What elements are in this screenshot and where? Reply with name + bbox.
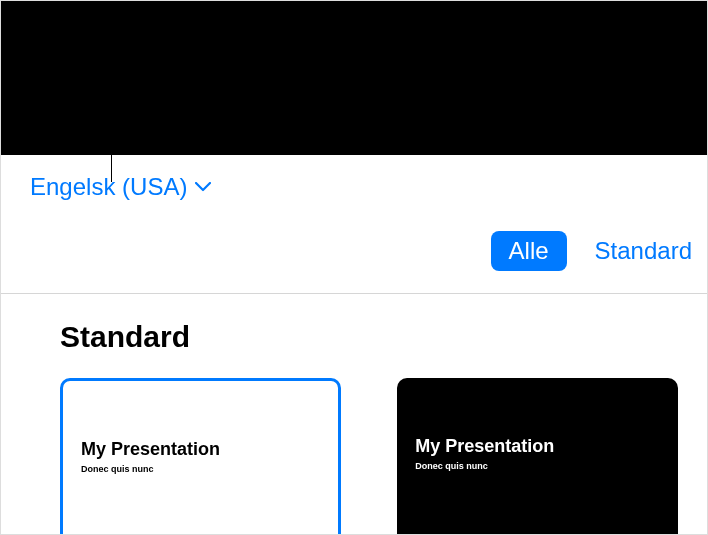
callout-indicator-line [111, 118, 112, 182]
chevron-down-icon [195, 182, 211, 192]
template-subtitle: Donec quis nunc [81, 464, 320, 474]
filter-standard-button[interactable]: Standard [595, 237, 692, 265]
template-title: My Presentation [81, 439, 320, 460]
language-row: Engelsk (USA) [0, 155, 708, 211]
template-title: My Presentation [415, 436, 660, 457]
language-label: Engelsk (USA) [30, 173, 187, 201]
section-title: Standard [60, 320, 678, 354]
filter-all-button[interactable]: Alle [491, 231, 567, 271]
header-area: Engelsk (USA) Alle Standard [0, 155, 708, 294]
content-area: Standard My Presentation Donec quis nunc… [0, 294, 708, 535]
filter-row: Alle Standard [0, 211, 708, 293]
templates-row: My Presentation Donec quis nunc My Prese… [60, 378, 678, 535]
top-black-region [0, 0, 708, 155]
template-inner: My Presentation Donec quis nunc [397, 378, 678, 471]
language-select[interactable]: Engelsk (USA) [30, 173, 211, 201]
template-card-white[interactable]: My Presentation Donec quis nunc [60, 378, 341, 535]
template-inner: My Presentation Donec quis nunc [63, 381, 338, 474]
template-subtitle: Donec quis nunc [415, 461, 660, 471]
template-card-black[interactable]: My Presentation Donec quis nunc [397, 378, 678, 535]
